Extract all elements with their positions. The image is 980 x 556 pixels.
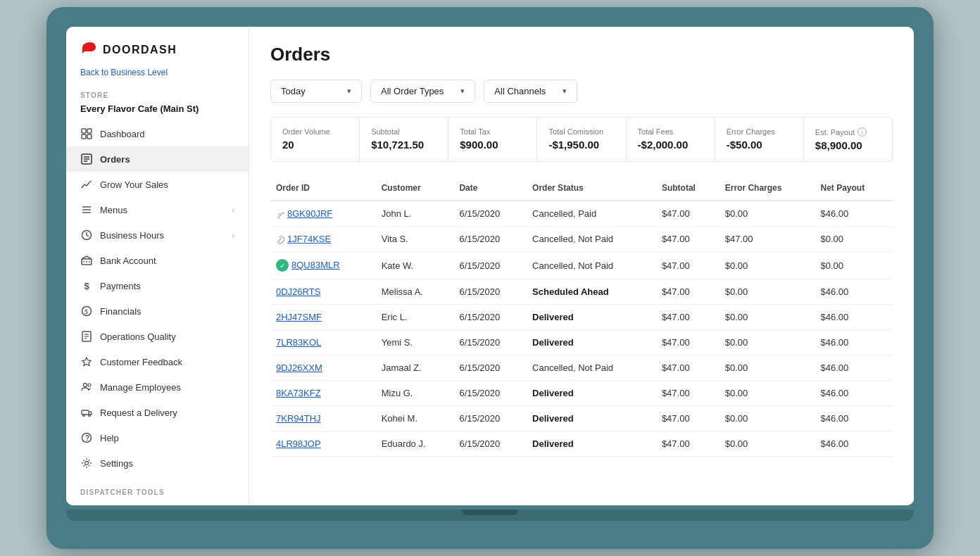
order-id-link[interactable]: 8QU83MLR <box>291 260 340 270</box>
cell-net-payout: $0.00 <box>815 227 893 252</box>
order-id-link[interactable]: 1JF74KSE <box>287 234 331 244</box>
doordash-logo-text: DOORDASH <box>103 44 177 56</box>
cell-customer: Jamaal Z. <box>376 355 454 381</box>
sidebar-item-order-protocol[interactable]: » Order Protocol <box>66 499 249 505</box>
settings-label: Settings <box>100 458 133 469</box>
business-hours-label: Business Hours <box>100 230 164 241</box>
grow-sales-icon <box>80 178 93 191</box>
store-name: Every Flavor Cafe (Main St) <box>66 102 249 121</box>
sidebar-item-grow-sales[interactable]: Grow Your Sales <box>66 172 249 197</box>
cell-customer: Vita S. <box>376 227 454 252</box>
table-row: 7LR83KOL Yemi S. 6/15/2020 Delivered $47… <box>270 330 893 355</box>
verified-badge: ✓ <box>276 259 289 272</box>
order-types-filter[interactable]: All Order Types ▾ <box>370 80 475 103</box>
cell-error-charges: $47.00 <box>720 227 815 252</box>
summary-total-fees: Total Fees -$2,000.00 <box>627 118 715 161</box>
sidebar-item-dashboard[interactable]: Dashboard <box>66 121 249 146</box>
order-id-link[interactable]: 8KA73KFZ <box>276 388 321 398</box>
business-hours-icon <box>80 229 93 241</box>
channels-filter-chevron: ▾ <box>563 87 567 96</box>
operations-quality-icon <box>80 330 93 343</box>
main-content: Orders Today ▾ All Order Types ▾ All Cha… <box>249 27 914 505</box>
menus-chevron: › <box>232 206 234 214</box>
cell-subtotal: $47.00 <box>656 201 720 227</box>
menus-label: Menus <box>100 205 127 215</box>
cell-customer: Eric L. <box>376 305 454 330</box>
cell-customer: Melissa A. <box>376 279 454 305</box>
cell-error-charges: $0.00 <box>720 279 815 305</box>
order-id-link[interactable]: 7KR94THJ <box>276 413 321 424</box>
cell-net-payout: $0.00 <box>815 252 893 279</box>
sidebar-item-customer-feedback[interactable]: Customer Feedback <box>66 349 249 374</box>
sidebar-item-business-hours[interactable]: Business Hours › <box>66 222 249 248</box>
table-row: 8KA73KFZ Mizu G. 6/15/2020 Delivered $47… <box>270 381 893 406</box>
cell-date: 6/15/2020 <box>453 330 527 355</box>
cell-subtotal: $47.00 <box>656 227 720 252</box>
sidebar-item-help[interactable]: ? Help <box>66 425 249 450</box>
col-error-charges: Error Charges <box>720 176 815 201</box>
channels-filter[interactable]: All Channels ▾ <box>484 80 577 103</box>
summary-total-commission-value: -$1,950.00 <box>548 139 614 151</box>
filter-bar: Today ▾ All Order Types ▾ All Channels ▾ <box>270 80 893 103</box>
svg-point-27 <box>89 415 91 417</box>
order-id-link[interactable]: 4LR98JOP <box>276 438 321 449</box>
payments-icon: $ <box>80 279 93 292</box>
order-id-link[interactable]: 2HJ47SMF <box>276 312 322 322</box>
business-hours-chevron: › <box>232 231 234 239</box>
cell-subtotal: $47.00 <box>656 381 720 406</box>
cell-order-status: Cancelled, Not Paid <box>527 252 656 279</box>
sidebar-item-manage-employees[interactable]: Manage Employees <box>66 374 249 400</box>
cell-order-id: 8GK90JRF <box>270 201 376 227</box>
cell-order-id: 2HJ47SMF <box>270 305 376 330</box>
cell-subtotal: $47.00 <box>656 252 720 279</box>
order-id-link[interactable]: 9DJ26XXM <box>276 362 322 373</box>
summary-total-tax: Total Tax $900.00 <box>448 118 537 161</box>
cell-order-status: Cancelled, Not Paid <box>527 355 656 381</box>
date-filter[interactable]: Today ▾ <box>270 80 362 103</box>
cell-date: 6/15/2020 <box>453 279 527 305</box>
cell-order-status: Delivered <box>527 431 656 457</box>
cell-order-id: 4LR98JOP <box>270 431 376 457</box>
order-id-link[interactable]: 8GK90JRF <box>287 208 332 219</box>
svg-text:?: ? <box>85 434 89 442</box>
cell-net-payout: $46.00 <box>815 381 893 406</box>
cell-error-charges: $0.00 <box>720 431 815 457</box>
sidebar-item-orders[interactable]: Orders <box>66 146 249 172</box>
cell-customer: Yemi S. <box>376 330 454 355</box>
cell-error-charges: $0.00 <box>720 355 815 381</box>
orders-icon <box>80 153 93 165</box>
summary-error-charges: Error Charges -$50.00 <box>715 118 804 161</box>
sidebar-item-payments[interactable]: $ Payments <box>66 273 249 298</box>
order-id-link[interactable]: 0DJ26RTS <box>276 286 320 297</box>
sidebar-item-request-delivery[interactable]: Request a Delivery <box>66 400 249 425</box>
dispatcher-section-label: DISPATCHER TOOLS <box>66 481 249 499</box>
cell-subtotal: $47.00 <box>656 431 720 457</box>
est-payout-info-icon: i <box>857 127 867 137</box>
cell-customer: John L. <box>376 201 454 227</box>
cell-date: 6/15/2020 <box>453 381 527 406</box>
summary-est-payout: Est. Payout i $8,900.00 <box>804 118 892 161</box>
summary-total-commission-label: Total Comission <box>548 127 614 136</box>
doordash-logo-icon <box>80 41 97 59</box>
summary-est-payout-label: Est. Payout i <box>815 127 881 137</box>
sidebar-item-bank-account[interactable]: Bank Account <box>66 248 249 273</box>
sidebar-item-operations-quality[interactable]: Operations Quality <box>66 324 249 349</box>
operations-quality-label: Operations Quality <box>100 331 176 342</box>
financials-icon: $ <box>80 305 93 317</box>
sidebar-item-financials[interactable]: $ Financials <box>66 298 249 324</box>
table-row: 7KR94THJ Kohei M. 6/15/2020 Delivered $4… <box>270 406 893 431</box>
order-types-filter-label: All Order Types <box>381 86 444 96</box>
clip-icon <box>276 236 284 244</box>
summary-est-payout-value: $8,900.00 <box>815 139 881 151</box>
back-to-business-link[interactable]: Back to Business Level <box>66 68 249 84</box>
table-row: 2HJ47SMF Eric L. 6/15/2020 Delivered $47… <box>270 305 893 330</box>
order-id-link[interactable]: 7LR83KOL <box>276 337 321 348</box>
col-order-id: Order ID <box>270 176 376 201</box>
cell-subtotal: $47.00 <box>656 355 720 381</box>
table-row: 8GK90JRF John L. 6/15/2020 Cancelled, Pa… <box>270 201 893 227</box>
sidebar-item-settings[interactable]: Settings <box>66 450 249 476</box>
sidebar-item-menus[interactable]: Menus › <box>66 197 249 222</box>
app-layout: DOORDASH Back to Business Level STORE Ev… <box>66 27 914 505</box>
dashboard-icon <box>80 127 93 140</box>
laptop-screen: DOORDASH Back to Business Level STORE Ev… <box>66 27 914 505</box>
